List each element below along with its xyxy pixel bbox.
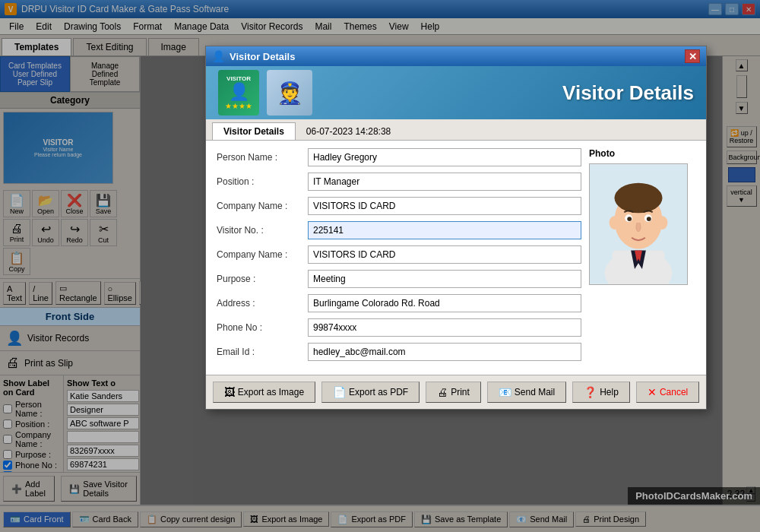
input-company-name-1[interactable] bbox=[308, 197, 581, 215]
footer-export-pdf-button[interactable]: 📄 Export as PDF bbox=[321, 382, 420, 403]
form-row-person-name: Person Name : bbox=[217, 148, 581, 166]
footer-export-image-button[interactable]: 🖼 Export as Image bbox=[213, 382, 315, 403]
svg-point-11 bbox=[627, 217, 632, 221]
help-footer-icon: ❓ bbox=[584, 386, 597, 398]
visitor-badge-icon: VISITOR 👤 ★★★★ bbox=[218, 70, 259, 116]
svg-point-6 bbox=[614, 183, 662, 213]
input-phone[interactable] bbox=[308, 318, 581, 337]
form-row-email: Email Id : bbox=[217, 343, 581, 361]
input-purpose[interactable] bbox=[308, 270, 581, 288]
label-email-field: Email Id : bbox=[217, 347, 308, 357]
footer-cancel-label: Cancel bbox=[660, 387, 688, 397]
export-image-footer-icon: 🖼 bbox=[224, 386, 235, 398]
dialog-header: VISITOR 👤 ★★★★ 👮 Visitor Details bbox=[206, 66, 706, 119]
input-position[interactable] bbox=[308, 173, 581, 191]
footer-help-label: Help bbox=[600, 387, 619, 397]
dialog-title-text: Visitor Details bbox=[230, 51, 295, 62]
dialog-header-left: VISITOR 👤 ★★★★ 👮 bbox=[218, 70, 312, 116]
dialog-title-icon: 👤 bbox=[212, 50, 225, 62]
dialog-body: Person Name : Position : Company Name : … bbox=[206, 141, 706, 375]
dialog-tab-visitor-details[interactable]: Visitor Details bbox=[212, 122, 296, 140]
label-position-field: Position : bbox=[217, 176, 308, 187]
label-phone-field: Phone No : bbox=[217, 322, 308, 333]
send-mail-footer-icon: 📧 bbox=[499, 386, 511, 398]
form-row-address: Address : bbox=[217, 294, 581, 312]
footer-send-mail-button[interactable]: 📧 Send Mail bbox=[487, 382, 566, 403]
form-row-purpose: Purpose : bbox=[217, 270, 581, 288]
footer-cancel-button[interactable]: ✕ Cancel bbox=[636, 382, 699, 403]
svg-point-7 bbox=[610, 216, 620, 230]
form-row-phone: Phone No : bbox=[217, 318, 581, 337]
footer-help-button[interactable]: ❓ Help bbox=[572, 382, 630, 403]
footer-export-image-label: Export as Image bbox=[238, 387, 304, 397]
footer-print-button[interactable]: 🖨 Print bbox=[426, 382, 481, 403]
form-row-position: Position : bbox=[217, 173, 581, 191]
dialog-footer: 🖼 Export as Image 📄 Export as PDF 🖨 Prin… bbox=[206, 375, 706, 409]
label-purpose-field: Purpose : bbox=[217, 274, 308, 284]
input-visitor-no[interactable] bbox=[308, 221, 581, 239]
print-footer-icon: 🖨 bbox=[437, 386, 448, 398]
dialog-header-title: Visitor Details bbox=[562, 81, 694, 105]
photo-label: Photo bbox=[589, 148, 695, 159]
footer-print-label: Print bbox=[451, 387, 470, 397]
visitor-details-dialog: 👤 Visitor Details ✕ VISITOR 👤 ★★★★ 👮 Vis… bbox=[205, 46, 707, 410]
photo-box bbox=[589, 163, 688, 285]
export-pdf-footer-icon: 📄 bbox=[333, 386, 346, 398]
form-row-company-name-1: Company Name : bbox=[217, 197, 581, 215]
label-company-name-2-field: Company Name : bbox=[217, 249, 308, 260]
form-row-company-name-2: Company Name : bbox=[217, 245, 581, 264]
officer-photo-placeholder: 👮 bbox=[267, 70, 312, 116]
svg-point-8 bbox=[657, 216, 668, 230]
input-email[interactable] bbox=[308, 343, 581, 361]
footer-send-mail-label: Send Mail bbox=[515, 387, 555, 397]
cancel-footer-icon: ✕ bbox=[648, 386, 657, 398]
input-company-name-2[interactable] bbox=[308, 245, 581, 264]
photo-section: Photo bbox=[589, 148, 695, 367]
label-person-name-field: Person Name : bbox=[217, 152, 308, 163]
dialog-tab-row: Visitor Details 06-07-2023 14:28:38 bbox=[206, 119, 706, 141]
label-company-name-1-field: Company Name : bbox=[217, 201, 308, 211]
dialog-date: 06-07-2023 14:28:38 bbox=[299, 123, 398, 140]
form-row-visitor-no: Visitor No. : bbox=[217, 221, 581, 239]
footer-export-pdf-label: Export as PDF bbox=[349, 387, 408, 397]
label-visitor-no-field: Visitor No. : bbox=[217, 225, 308, 236]
badge-person-icon: 👤 bbox=[229, 82, 249, 102]
svg-point-12 bbox=[647, 217, 651, 221]
input-person-name[interactable] bbox=[308, 148, 581, 166]
input-address[interactable] bbox=[308, 294, 581, 312]
dialog-close-button[interactable]: ✕ bbox=[685, 49, 700, 63]
form-section: Person Name : Position : Company Name : … bbox=[217, 148, 581, 367]
person-photo-svg bbox=[590, 163, 687, 285]
label-address-field: Address : bbox=[217, 298, 308, 309]
dialog-title-bar: 👤 Visitor Details ✕ bbox=[206, 46, 706, 66]
